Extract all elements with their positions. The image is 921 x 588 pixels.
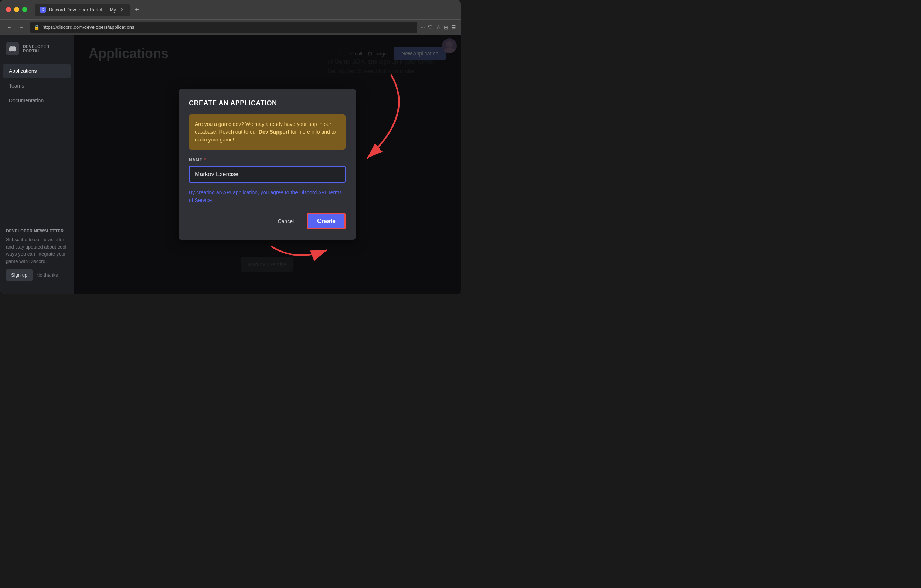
tab-favicon: D xyxy=(40,6,46,13)
sidebar-item-documentation[interactable]: Documentation xyxy=(3,94,71,107)
newsletter-title: DEVELOPER NEWSLETTER xyxy=(6,229,68,233)
create-button[interactable]: Create xyxy=(307,213,345,229)
extensions-icon[interactable]: ⊞ xyxy=(444,24,448,30)
minimize-button[interactable] xyxy=(14,7,19,12)
warning-box: Are you a game dev? We may already have … xyxy=(189,114,345,149)
modal-overlay: CREATE AN APPLICATION Are you a game dev… xyxy=(74,35,460,294)
browser-toolbar: ← → 🔒 https://discord.com/developers/app… xyxy=(0,19,460,35)
terms-of-service-link[interactable]: By creating an API application, you agre… xyxy=(189,189,345,204)
address-bar[interactable]: 🔒 https://discord.com/developers/applica… xyxy=(30,22,417,33)
sidebar-item-applications[interactable]: Applications xyxy=(3,64,71,78)
modal-footer: Cancel Create xyxy=(189,213,345,229)
forward-button[interactable]: → xyxy=(16,22,27,32)
dismiss-label[interactable]: No thanks xyxy=(36,272,58,278)
browser-window: D Discord Developer Portal — My ✕ + ← → … xyxy=(0,0,460,294)
create-application-modal: CREATE AN APPLICATION Are you a game dev… xyxy=(179,89,356,240)
active-tab[interactable]: D Discord Developer Portal — My ✕ xyxy=(35,4,130,16)
sidebar-header: DEVELOPER PORTAL xyxy=(0,42,74,63)
required-indicator: * xyxy=(204,157,206,163)
modal-title: CREATE AN APPLICATION xyxy=(189,99,345,107)
maximize-button[interactable] xyxy=(22,7,28,12)
newsletter-body: Subscribe to our newsletter and stay upd… xyxy=(6,236,68,265)
applications-label: Applications xyxy=(9,68,37,74)
cancel-button[interactable]: Cancel xyxy=(272,215,300,227)
nav-buttons: ← → xyxy=(5,22,27,32)
back-button[interactable]: ← xyxy=(5,22,15,32)
teams-label: Teams xyxy=(9,83,24,89)
close-button[interactable] xyxy=(6,7,11,12)
shield-icon: 🛡 xyxy=(428,24,433,30)
warning-bold: Dev Support xyxy=(259,129,290,135)
hamburger-icon[interactable]: ☰ xyxy=(451,24,456,30)
main-content: Applications ⋮⋮ Small ⊞ Large New Applic… xyxy=(74,35,460,294)
portal-title: DEVELOPER PORTAL xyxy=(23,44,68,53)
signup-button[interactable]: Sign up xyxy=(6,269,33,281)
tab-title: Discord Developer Portal — My xyxy=(49,7,116,13)
tab-close-icon[interactable]: ✕ xyxy=(119,6,125,13)
documentation-label: Documentation xyxy=(9,97,44,104)
menu-dots-icon[interactable]: ··· xyxy=(421,24,425,30)
lock-icon: 🔒 xyxy=(34,25,39,30)
new-tab-button[interactable]: + xyxy=(132,5,142,15)
discord-logo xyxy=(6,42,19,55)
toolbar-actions: ··· 🛡 ☆ ⊞ ☰ xyxy=(421,24,456,30)
name-field-label: NAME * xyxy=(189,157,345,163)
page-content: DEVELOPER PORTAL Applications Teams Docu… xyxy=(0,35,460,294)
newsletter-section: DEVELOPER NEWSLETTER Subscribe to our ne… xyxy=(0,223,74,287)
name-label-text: NAME xyxy=(189,158,203,162)
application-name-input[interactable] xyxy=(189,166,345,183)
sidebar-item-teams[interactable]: Teams xyxy=(3,79,71,93)
traffic-lights xyxy=(6,7,28,12)
bookmark-icon[interactable]: ☆ xyxy=(436,24,441,30)
url-text: https://discord.com/developers/applicati… xyxy=(42,24,135,30)
tab-bar: D Discord Developer Portal — My ✕ + xyxy=(35,4,142,16)
newsletter-actions: Sign up No thanks xyxy=(6,269,68,281)
browser-titlebar: D Discord Developer Portal — My ✕ + xyxy=(0,0,460,19)
sidebar: DEVELOPER PORTAL Applications Teams Docu… xyxy=(0,35,74,294)
